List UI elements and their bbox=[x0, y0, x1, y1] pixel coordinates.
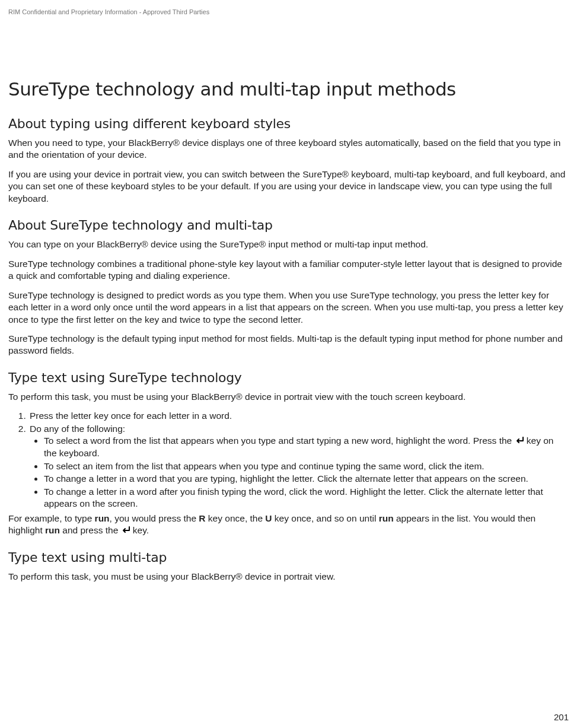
list-item: To change a letter in a word after you f… bbox=[44, 486, 569, 510]
list-item: To select an item from the list that app… bbox=[44, 460, 569, 472]
example-paragraph: For example, to type run, you would pres… bbox=[8, 513, 569, 538]
paragraph: When you need to type, your BlackBerry® … bbox=[8, 137, 569, 161]
bullet-list: To select a word from the list that appe… bbox=[30, 435, 569, 510]
paragraph: You can type on your BlackBerry® device … bbox=[8, 239, 569, 250]
text: key once, the bbox=[206, 513, 266, 523]
section-heading-type-suretype: Type text using SureType technology bbox=[8, 370, 569, 385]
bullet-text: To select a word from the list that appe… bbox=[44, 435, 515, 446]
paragraph: If you are using your device in portrait… bbox=[8, 169, 569, 205]
text: key. bbox=[130, 525, 149, 535]
page-number: 201 bbox=[554, 712, 569, 722]
confidential-header: RIM Confidential and Proprietary Informa… bbox=[8, 8, 569, 15]
list-item: To change a letter in a word that you ar… bbox=[44, 473, 569, 485]
text: For example, to type bbox=[8, 513, 95, 523]
paragraph: SureType technology combines a tradition… bbox=[8, 258, 569, 282]
page-title: SureType technology and multi-tap input … bbox=[8, 78, 569, 100]
text: key once, and so on until bbox=[272, 513, 379, 523]
text: and press the bbox=[60, 525, 121, 535]
paragraph: To perform this task, you must be using … bbox=[8, 391, 569, 403]
list-item: Press the letter key once for each lette… bbox=[28, 410, 569, 422]
enter-key-icon bbox=[515, 435, 524, 447]
paragraph: SureType technology is the default typin… bbox=[8, 333, 569, 357]
bold-run: run bbox=[379, 513, 394, 523]
step-text: Do any of the following: bbox=[30, 424, 125, 434]
bold-run: run bbox=[45, 525, 60, 535]
section-heading-type-multitap: Type text using multi-tap bbox=[8, 550, 569, 565]
bold-r: R bbox=[199, 513, 205, 523]
enter-key-icon bbox=[121, 525, 130, 537]
ordered-steps: Press the letter key once for each lette… bbox=[8, 410, 569, 510]
list-item: Do any of the following: To select a wor… bbox=[28, 423, 569, 510]
bold-run: run bbox=[95, 513, 110, 523]
list-item: To select a word from the list that appe… bbox=[44, 435, 569, 460]
text: , you would press the bbox=[110, 513, 199, 523]
paragraph: SureType technology is designed to predi… bbox=[8, 290, 569, 326]
section-heading-suretype-multitap: About SureType technology and multi-tap bbox=[8, 218, 569, 233]
section-heading-keyboard-styles: About typing using different keyboard st… bbox=[8, 116, 569, 131]
paragraph: To perform this task, you must be using … bbox=[8, 571, 569, 583]
bold-u: U bbox=[265, 513, 272, 523]
